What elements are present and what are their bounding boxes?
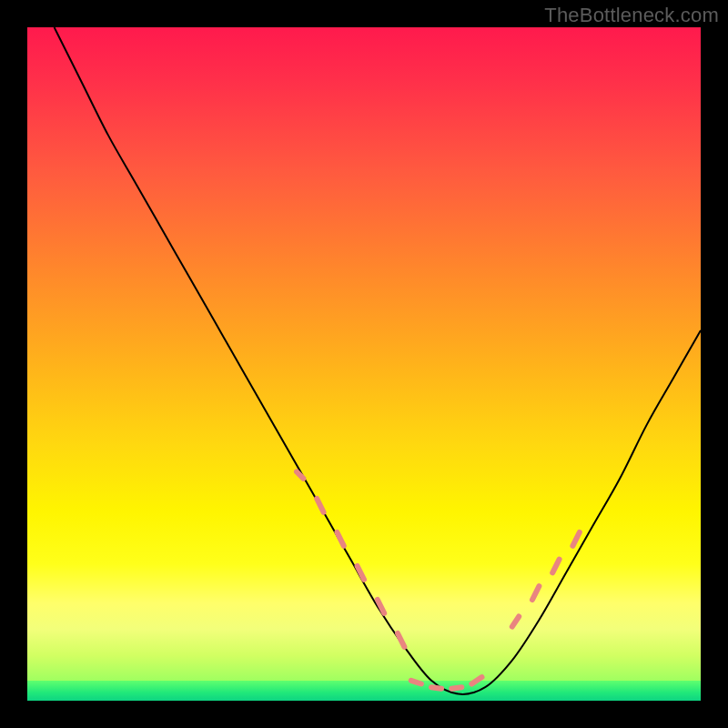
svg-line-13 bbox=[572, 532, 579, 546]
svg-line-11 bbox=[532, 586, 539, 600]
svg-line-12 bbox=[552, 560, 559, 573]
bottleneck-curve bbox=[55, 27, 701, 694]
svg-line-10 bbox=[512, 617, 519, 627]
svg-line-8 bbox=[451, 687, 461, 688]
svg-line-5 bbox=[398, 633, 404, 647]
svg-line-6 bbox=[411, 681, 421, 684]
svg-line-7 bbox=[431, 687, 441, 688]
svg-line-3 bbox=[358, 566, 364, 580]
plot-area bbox=[27, 27, 701, 701]
svg-line-0 bbox=[297, 471, 303, 478]
curve-layer bbox=[27, 27, 701, 701]
chart-stage: TheBottleneck.com bbox=[0, 0, 728, 728]
svg-line-4 bbox=[378, 600, 384, 613]
watermark-text: TheBottleneck.com bbox=[544, 4, 719, 27]
highlight-dashes-bottom bbox=[411, 677, 482, 689]
svg-line-1 bbox=[317, 499, 323, 512]
highlight-dashes-right bbox=[512, 532, 580, 627]
svg-line-9 bbox=[471, 677, 481, 683]
svg-line-2 bbox=[337, 532, 343, 546]
